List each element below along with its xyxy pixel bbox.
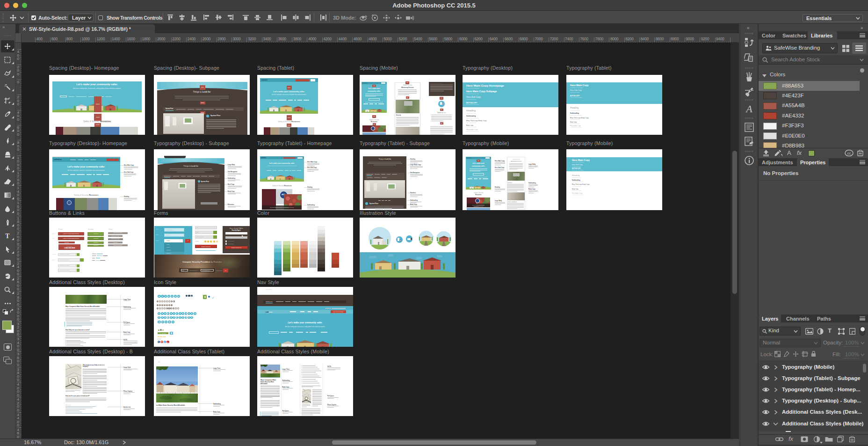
svg-text:T: T	[5, 233, 10, 239]
svg-text:A: A	[745, 103, 752, 114]
svg-text:cc: cc	[847, 151, 851, 155]
